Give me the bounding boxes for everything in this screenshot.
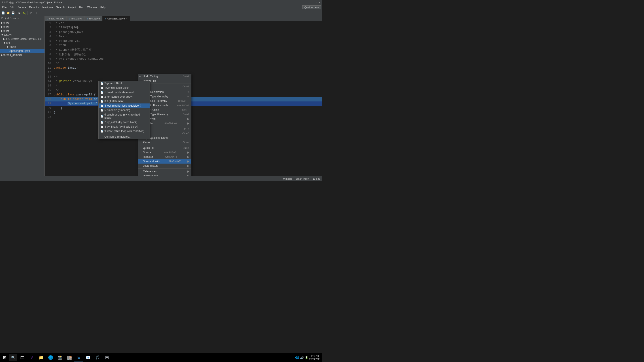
ctx-declarations[interactable]: Declarations ▶ bbox=[138, 174, 191, 176]
menu-source[interactable]: Source bbox=[16, 5, 27, 9]
ctx-quick-fix[interactable]: Quick Fix Ctrl+1 bbox=[138, 146, 191, 150]
tree-label-ch04: ch04 bbox=[3, 25, 9, 28]
minimize-button[interactable]: — bbox=[310, 1, 313, 4]
declarations-arrow: ▶ bbox=[188, 174, 190, 176]
ctx-label-declarations: Declarations bbox=[143, 174, 158, 176]
toolbar-redo[interactable]: ↪ bbox=[34, 11, 38, 15]
ctx-paste[interactable]: Paste Ctrl+V bbox=[138, 140, 191, 145]
editor-area[interactable]: 1 * /** 2 * 2019年7月30日 3 * passage02.jav… bbox=[45, 21, 322, 176]
sub-while[interactable]: 📄 9 while (while loop with condition) bbox=[98, 129, 150, 133]
ctx-surround-with[interactable]: Surround With Alt+Shift+Z ▶ bbox=[138, 159, 191, 164]
menu-run[interactable]: Run bbox=[78, 5, 86, 9]
tab-passage02[interactable]: J *passage02.java ✕ bbox=[102, 16, 130, 21]
source-arrow: ▶ bbox=[188, 151, 190, 154]
surround-with-submenu: 📄 Try/catch Block 📄 Try/multi-catch Bloc… bbox=[98, 81, 150, 139]
title-bar-controls: — □ ✕ bbox=[310, 1, 320, 4]
sidebar-item-src[interactable]: ▼ src bbox=[0, 41, 44, 45]
sub-label-try-finally: 8 try_finally (try finally block) bbox=[104, 125, 138, 128]
sub-do-while[interactable]: 📄 1 do (do while statement) bbox=[98, 90, 150, 94]
maximize-button[interactable]: □ bbox=[315, 1, 316, 4]
ctx-shortcut-breadcrumb: Alt+Shift+B bbox=[177, 104, 190, 107]
menu-project[interactable]: Project bbox=[66, 5, 77, 9]
sidebar-item-csdn[interactable]: ▼ CSDN bbox=[0, 33, 44, 37]
tree-arrow-ch04: ▶ bbox=[1, 25, 3, 28]
try-multi-catch-icon: 📄 bbox=[100, 87, 103, 89]
menu-help[interactable]: Help bbox=[98, 5, 107, 9]
toolbar-undo[interactable]: ↩ bbox=[28, 11, 33, 15]
toolbar-run[interactable]: ▶ bbox=[17, 11, 22, 15]
sidebar-item-jre[interactable]: ▶ JRE System Library [JavaSE-1.8] bbox=[0, 37, 44, 41]
tree-label-ch05: ch05 bbox=[3, 29, 9, 32]
sidebar-item-basic[interactable]: ▼ Basic bbox=[0, 45, 44, 49]
sub-label-synchronized: 6 synchronized (synchronized block) bbox=[104, 113, 148, 119]
sub-try-catch-block[interactable]: 📄 7 try_catch (try catch block) bbox=[98, 120, 150, 124]
quick-access-button[interactable]: Quick Access bbox=[302, 5, 321, 9]
sidebar-title: Project Explorer bbox=[1, 17, 19, 19]
tree-label-thread: thread_demo01 bbox=[3, 53, 22, 56]
refactor-arrow: ▶ bbox=[188, 155, 190, 158]
ctx-local-history[interactable]: Local History ▶ bbox=[138, 164, 191, 168]
menu-file[interactable]: File bbox=[1, 5, 8, 9]
sidebar-header: Project Explorer bbox=[0, 16, 44, 20]
close-button[interactable]: ✕ bbox=[318, 1, 320, 4]
tab-test2[interactable]: J Test2.java bbox=[84, 16, 102, 21]
toolbar-save[interactable]: 💾 bbox=[11, 11, 15, 15]
ctx-shortcut-quick-fix: Ctrl+1 bbox=[183, 147, 190, 149]
references-arrow: ▶ bbox=[188, 170, 190, 173]
sidebar-item-thread[interactable]: ▶ thread_demo01 bbox=[0, 53, 44, 57]
sub-try-catch[interactable]: 📄 Try/catch Block bbox=[98, 81, 150, 86]
show-in-arrow: ▶ bbox=[188, 122, 190, 125]
sidebar-item-ch05[interactable]: ▶ ch05 bbox=[0, 29, 44, 33]
sidebar-item-ch03[interactable]: ▶ ch03 bbox=[0, 21, 44, 25]
tree-arrow-src: ▼ bbox=[3, 41, 6, 44]
line-3: 3 * passage02.java bbox=[45, 30, 322, 34]
ctx-shortcut-copy: Ctrl+C bbox=[182, 132, 190, 135]
lock-icon: 📄 bbox=[100, 105, 103, 107]
tab-intelcpu[interactable]: J IntelCPU.java bbox=[45, 16, 67, 21]
ctx-source[interactable]: Source Alt+Shift+S ▶ bbox=[138, 150, 191, 155]
sub-if-statement[interactable]: 📄 3 if (if statement) bbox=[98, 99, 150, 103]
sidebar-item-ch04[interactable]: ▶ ch04 bbox=[0, 25, 44, 29]
ctx-shortcut-cut: Ctrl+X bbox=[182, 128, 190, 130]
sub-lock[interactable]: 📄 4 lock (explicit lock acquisition) bbox=[98, 103, 150, 108]
main-layout: Project Explorer ▶ ch03 ▶ ch04 ▶ ch05 ▼ … bbox=[0, 16, 322, 176]
menu-navigate[interactable]: Navigate bbox=[41, 5, 54, 9]
ctx-label-paste: Paste bbox=[143, 141, 150, 144]
sub-runnable[interactable]: 📄 5 runnable (runnable) bbox=[98, 108, 150, 112]
tree-label-src: src bbox=[6, 41, 10, 44]
sub-try-multi-catch[interactable]: 📄 Try/multi-catch Block bbox=[98, 86, 150, 90]
sub-synchronized[interactable]: 📄 6 synchronized (synchronized block) bbox=[98, 112, 150, 120]
if-icon: 📄 bbox=[100, 100, 103, 103]
tree-arrow-thread: ▶ bbox=[1, 53, 3, 56]
menu-window[interactable]: Window bbox=[86, 5, 98, 9]
ctx-label-quick-fix: Quick Fix bbox=[143, 146, 154, 149]
ctx-references[interactable]: References ▶ bbox=[138, 169, 191, 174]
tab-icon-test1: J bbox=[69, 17, 70, 20]
ctx-label-undo: Undo Typing bbox=[143, 75, 158, 78]
menu-search[interactable]: Search bbox=[55, 5, 66, 9]
ctx-label-surround: Surround With bbox=[143, 160, 160, 163]
sub-for-iterate[interactable]: 📄 2 for (iterate over array) bbox=[98, 94, 150, 99]
tree-arrow-csdn: ▼ bbox=[1, 33, 4, 36]
sub-configure-templates[interactable]: Configure Templates... bbox=[98, 134, 150, 139]
toolbar-debug[interactable]: 🐛 bbox=[22, 11, 26, 15]
menu-edit[interactable]: Edit bbox=[8, 5, 16, 9]
toolbar-open[interactable]: 📁 bbox=[6, 11, 10, 15]
ctx-refactor[interactable]: Refactor Alt+Shift+T ▶ bbox=[138, 155, 191, 159]
sub-sep1 bbox=[98, 134, 150, 134]
toolbar-new[interactable]: 📄 bbox=[1, 11, 5, 15]
menu-refactor[interactable]: Refactor bbox=[28, 5, 40, 9]
local-history-arrow: ▶ bbox=[188, 164, 190, 167]
for-iterate-icon: 📄 bbox=[100, 96, 103, 98]
undo-icon: ↩ bbox=[139, 75, 141, 78]
open-with-arrow: ▶ bbox=[188, 117, 190, 120]
tab-close-passage02[interactable]: ✕ bbox=[126, 17, 128, 20]
tree-label-csdn: CSDN bbox=[4, 33, 12, 36]
tab-test1[interactable]: J Test1.java bbox=[67, 16, 84, 21]
ctx-shortcut-source: Alt+Shift+S bbox=[164, 151, 176, 154]
sub-try-finally[interactable]: 📄 8 try_finally (try finally block) bbox=[98, 124, 150, 129]
sidebar-item-passage02[interactable]: J passage02.java bbox=[0, 49, 44, 53]
ctx-undo-typing[interactable]: ↩ Undo Typing Ctrl+Z bbox=[138, 74, 191, 79]
file-icon: J bbox=[10, 49, 11, 52]
line-11: 11 package Basic; bbox=[45, 66, 322, 70]
